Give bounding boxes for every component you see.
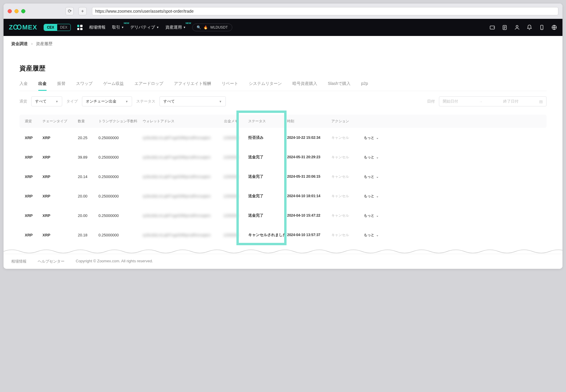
breadcrumb-current: 資産履歴 — [36, 41, 52, 46]
chevron-down-icon: ⌄ — [376, 136, 379, 139]
url-bar[interactable]: https://www.zoomex.com/user/assets/spot-… — [92, 7, 558, 15]
col-time: 時刻 — [287, 119, 331, 124]
cancel-link[interactable]: キャンセル — [331, 233, 355, 238]
nav-assets[interactable]: 資産運用▼NEW — [165, 25, 186, 30]
cell-currency: XRP — [25, 213, 42, 218]
chevron-down-icon: ▼ — [125, 100, 128, 103]
breadcrumb-root[interactable]: 資金調達 — [11, 41, 28, 46]
more-link[interactable]: もっと ⌄ — [355, 194, 379, 199]
filter-status-label: ステータス — [136, 99, 155, 104]
cell-status: キャンセルされました — [243, 232, 287, 238]
chevron-down-icon: ▼ — [55, 100, 58, 103]
more-link[interactable]: もっと ⌄ — [355, 174, 379, 179]
svg-point-2 — [516, 25, 518, 27]
search-pill[interactable]: 🔍 🔥 WLDUSDT — [192, 24, 232, 31]
cell-fee: 0.25000000 — [98, 155, 143, 159]
col-memo: 出金メモ — [219, 119, 243, 124]
more-link[interactable]: もっと ⌄ — [355, 155, 379, 160]
more-link[interactable]: もっと ⌄ — [355, 135, 379, 140]
breadcrumb: 資金調達 › 資産履歴 — [4, 36, 562, 52]
date-range-picker[interactable]: 開始日付 → 終了日付 ▤ — [439, 96, 547, 106]
tab-3[interactable]: スワップ — [76, 81, 93, 91]
filter-type-select[interactable]: オンチェーン出金▼ — [82, 96, 132, 106]
history-tabs: 入金出金振替スワップゲーム収益エアードロップアフィリエイト報酬リベートシステムリ… — [19, 81, 547, 91]
cancel-link[interactable]: キャンセル — [331, 155, 355, 160]
cell-memo: 1200000 — [219, 136, 243, 140]
chevron-right-icon: › — [31, 41, 33, 46]
apps-icon[interactable] — [77, 25, 83, 30]
cell-chain: XRP — [42, 213, 78, 218]
footer-link-market[interactable]: 相場情報 — [11, 259, 27, 264]
more-link[interactable]: もっと ⌄ — [355, 213, 379, 218]
filter-status-select[interactable]: すべて▼ — [159, 96, 226, 106]
tab-9[interactable]: 暗号資産購入 — [292, 81, 317, 91]
table-row: XRPXRP20.140.25000000rp3kx8dLmLqMTngeDif… — [19, 167, 547, 186]
cell-addr: rp3kx8dLmLqMTngeDifMpmdRmnaqkm — [143, 155, 219, 159]
cell-fee: 0.25000000 — [98, 174, 143, 179]
tab-1[interactable]: 出金 — [38, 81, 47, 91]
tab-8[interactable]: システムリターン — [249, 81, 282, 91]
date-end: 終了日付 — [503, 99, 519, 104]
cancel-link[interactable]: キャンセル — [331, 174, 355, 179]
cell-qty: 20.00 — [78, 194, 98, 198]
search-icon: 🔍 — [197, 25, 201, 29]
filter-type-label: タイプ — [66, 99, 78, 104]
cell-currency: XRP — [25, 174, 42, 179]
page-content: 資金調達 › 資産履歴 資産履歴 入金出金振替スワップゲーム収益エアードロップア… — [4, 36, 562, 245]
browser-window: ⟳ + https://www.zoomex.com/user/assets/s… — [4, 4, 562, 269]
cell-qty: 20.25 — [78, 136, 98, 140]
col-currency: 通貨 — [25, 119, 42, 124]
page-title: 資産履歴 — [19, 64, 547, 73]
cex-dex-toggle[interactable]: CEX DEX — [44, 24, 70, 31]
user-icon[interactable] — [514, 24, 520, 30]
cancel-link[interactable]: キャンセル — [331, 213, 355, 218]
bell-icon[interactable] — [526, 24, 532, 30]
close-window-icon[interactable] — [8, 9, 12, 13]
cell-memo: 1200000 — [219, 213, 243, 218]
cell-chain: XRP — [42, 155, 78, 159]
cancel-link[interactable]: キャンセル — [331, 135, 355, 140]
minimize-window-icon[interactable] — [14, 9, 19, 13]
orders-icon[interactable] — [502, 24, 508, 30]
cell-time: 2024-04-10 15:47:22 — [287, 213, 331, 218]
col-qty: 数量 — [78, 119, 98, 124]
footer-link-help[interactable]: ヘルプセンター — [38, 259, 65, 264]
nav-derivatives[interactable]: デリバティブ▼ — [130, 25, 159, 30]
nav-market[interactable]: 相場情報 — [89, 25, 106, 30]
tab-11[interactable]: p2p — [361, 81, 368, 91]
filter-currency-select[interactable]: すべて▼ — [31, 96, 62, 106]
cell-addr: rp3kx8dLmLqMTngeDifMpmdRmnaqkm — [143, 233, 219, 237]
col-chain: チェーンタイプ — [42, 119, 78, 124]
search-ticker: WLDUSDT — [210, 25, 228, 29]
cex-option[interactable]: CEX — [44, 24, 57, 31]
cell-qty: 39.89 — [78, 155, 98, 159]
calendar-icon: ▤ — [539, 99, 543, 104]
wallet-icon[interactable] — [489, 24, 495, 30]
tab-0[interactable]: 入金 — [19, 81, 28, 91]
more-link[interactable]: もっと ⌄ — [355, 233, 379, 238]
cell-fee: 0.25000000 — [98, 213, 143, 218]
cell-currency: XRP — [25, 233, 42, 237]
tab-4[interactable]: ゲーム収益 — [103, 81, 124, 91]
tab-10[interactable]: Slashで購入 — [328, 81, 351, 91]
globe-icon[interactable] — [551, 24, 557, 30]
logo[interactable]: ZꝎMEX — [9, 24, 37, 31]
nav-trade[interactable]: 取引▼NEW — [112, 25, 124, 30]
tab-2[interactable]: 振替 — [57, 81, 65, 91]
browser-titlebar: ⟳ + https://www.zoomex.com/user/assets/s… — [4, 4, 562, 19]
mobile-icon[interactable] — [539, 24, 545, 30]
tab-7[interactable]: リベート — [222, 81, 238, 91]
main-panel: 資産履歴 入金出金振替スワップゲーム収益エアードロップアフィリエイト報酬リベート… — [9, 55, 557, 245]
maximize-window-icon[interactable] — [21, 9, 25, 13]
new-tab-button[interactable]: + — [78, 7, 87, 15]
cancel-link[interactable]: キャンセル — [331, 194, 355, 199]
dex-option[interactable]: DEX — [57, 24, 70, 31]
cell-status: 送金完了 — [243, 174, 287, 179]
reload-button[interactable]: ⟳ — [65, 7, 74, 15]
chevron-down-icon: ⌄ — [376, 233, 379, 237]
col-fee: トランザクション手数料 — [98, 119, 143, 124]
cell-addr: rp3kx8dLmLqMTngeDifMpmdRmnaqkm — [143, 194, 219, 198]
tab-6[interactable]: アフィリエイト報酬 — [174, 81, 211, 91]
tab-5[interactable]: エアードロップ — [134, 81, 163, 91]
col-status: ステータス — [243, 119, 287, 124]
